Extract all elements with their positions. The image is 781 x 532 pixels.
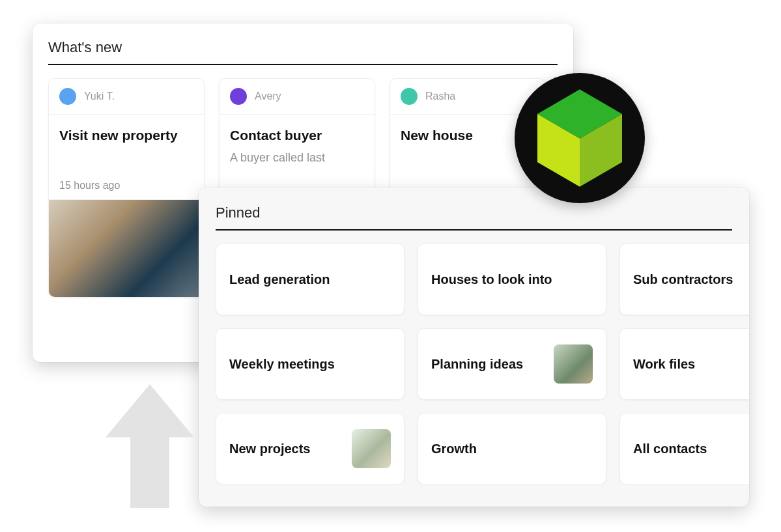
pinned-label: All contacts (633, 441, 707, 456)
avatar (401, 88, 418, 105)
pinned-item[interactable]: New projects (216, 413, 405, 484)
card-body (49, 150, 204, 176)
card-image (49, 199, 204, 297)
author-name: Rasha (425, 91, 455, 102)
avatar (230, 88, 247, 105)
pinned-thumb (352, 429, 391, 468)
pinned-panel: Pinned Lead generation Houses to look in… (199, 188, 749, 507)
news-card[interactable]: Yuki T. Visit new property 15 hours ago (48, 78, 205, 298)
pinned-item[interactable]: Work files (619, 328, 749, 400)
pinned-label: Houses to look into (431, 272, 552, 287)
pinned-grid: Lead generation Houses to look into Sub … (216, 244, 749, 484)
pinned-label: Sub contractors (633, 272, 733, 287)
pinned-label: Lead generation (229, 272, 330, 287)
pinned-thumb (554, 344, 593, 384)
card-timestamp: 15 hours ago (49, 176, 204, 199)
author-name: Yuki T. (84, 91, 115, 102)
author-name: Avery (255, 91, 281, 102)
whats-new-title: What's new (48, 39, 558, 65)
card-body: A buyer called last (220, 150, 375, 176)
cube-icon (537, 89, 622, 187)
pinned-label: Planning ideas (431, 357, 523, 372)
pinned-label: New projects (229, 441, 310, 456)
pinned-item[interactable]: Weekly meetings (216, 328, 405, 400)
up-arrow-icon (104, 384, 195, 508)
pinned-label: Work files (633, 357, 695, 372)
card-title: Visit new property (49, 115, 204, 150)
pinned-item[interactable]: Planning ideas (418, 328, 606, 400)
pinned-title: Pinned (216, 204, 732, 231)
pinned-item[interactable]: All contacts (619, 413, 749, 484)
app-logo-badge (515, 73, 645, 203)
pinned-item[interactable]: Growth (418, 413, 606, 484)
pinned-label: Weekly meetings (229, 357, 335, 372)
card-title: Contact buyer (220, 115, 375, 150)
pinned-item[interactable]: Lead generation (216, 244, 405, 315)
pinned-item[interactable]: Houses to look into (418, 244, 606, 315)
pinned-item[interactable]: Sub contractors (619, 244, 749, 315)
pinned-label: Growth (431, 441, 477, 456)
avatar (59, 88, 76, 105)
